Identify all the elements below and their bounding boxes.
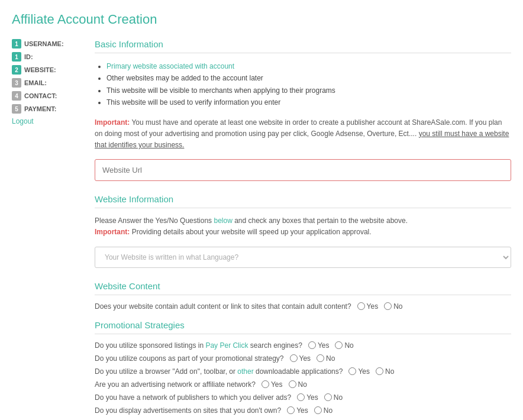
promo-q3-no-label[interactable]: No: [376, 367, 394, 376]
promo-q4-yes-label[interactable]: Yes: [262, 380, 283, 389]
adult-content-radio-group: Yes No: [357, 302, 403, 311]
promo-q5-no-radio[interactable]: [324, 393, 332, 401]
sidebar-label-email: EMAIL:: [24, 79, 47, 86]
website-content-title: Website Content: [95, 281, 511, 295]
promo-q1-no-label[interactable]: No: [335, 341, 353, 350]
promo-q2-no-radio[interactable]: [317, 354, 324, 362]
bullet-4: This website will be used to verify info…: [106, 98, 280, 106]
promo-q6-no-label[interactable]: No: [314, 406, 332, 415]
step-badge-username: 1: [12, 39, 21, 49]
promo-q2-radio-group: Yes No: [290, 354, 335, 363]
sidebar-item-contact: 4 CONTACT:: [12, 91, 83, 101]
promo-q6-yes-label[interactable]: Yes: [287, 406, 308, 415]
step-badge-website: 2: [12, 65, 21, 75]
bullet-2: Other websites may be added to the accou…: [106, 74, 263, 82]
promo-q2-yes-label[interactable]: Yes: [290, 354, 311, 363]
promo-q4-yes-radio[interactable]: [262, 380, 269, 388]
sidebar: 1 USERNAME: 1 ID: 2 WEBSITE: 3 EMAIL: 4 …: [12, 39, 83, 420]
promo-q1-yes-radio[interactable]: [308, 341, 316, 349]
step-badge-contact: 4: [12, 91, 21, 101]
promo-q5-yes-radio[interactable]: [297, 393, 305, 401]
logout-link[interactable]: Logout: [12, 117, 34, 125]
promo-q2-text: Do you utilize coupons as part of your p…: [95, 354, 284, 363]
promo-question-5: Do you have a network of publishers to w…: [95, 393, 511, 402]
promo-q5-no-label[interactable]: No: [324, 393, 343, 402]
sidebar-item-email: 3 EMAIL:: [12, 78, 83, 88]
promo-question-2: Do you utilize coupons as part of your p…: [95, 354, 511, 363]
promo-q2-yes-radio[interactable]: [290, 354, 298, 362]
promo-q3-radio-group: Yes No: [348, 367, 394, 376]
promo-q5-radio-group: Yes No: [297, 393, 343, 402]
page-title: Affiliate Account Creation: [12, 12, 511, 27]
promo-q6-text: Do you display advertisements on sites t…: [95, 406, 281, 415]
promo-q1-yes-label[interactable]: Yes: [308, 341, 330, 350]
website-important-text: Providing details about your website wil…: [130, 228, 371, 236]
sidebar-item-payment: 5 PAYMENT:: [12, 104, 83, 114]
sidebar-label-website: WEBSITE:: [24, 66, 56, 73]
desc-highlight: below: [214, 217, 232, 225]
promo-question-3: Do you utilize a browser "Add on", toolb…: [95, 367, 511, 376]
language-select[interactable]: Your Website is written in what Language…: [95, 247, 511, 268]
step-badge-id: 1: [12, 52, 21, 62]
step-badge-payment: 5: [12, 104, 21, 114]
website-info-section: Website Information Please Answer the Ye…: [95, 194, 511, 280]
adult-yes-label[interactable]: Yes: [357, 302, 379, 311]
adult-content-text: Does your website contain adult content …: [95, 302, 351, 311]
promo-q5-text: Do you have a network of publishers to w…: [95, 393, 291, 402]
bullet-3: This website will be visible to merchant…: [106, 86, 335, 95]
adult-content-question: Does your website contain adult content …: [95, 302, 511, 311]
promo-q3-no-radio[interactable]: [376, 367, 383, 375]
sidebar-label-contact: CONTACT:: [24, 92, 57, 99]
promo-q1-text: Do you utilize sponsored listings in Pay…: [95, 341, 302, 350]
sidebar-item-id: 1 ID:: [12, 52, 83, 62]
sidebar-label-username: USERNAME:: [24, 40, 64, 47]
website-url-input[interactable]: [95, 159, 511, 181]
promo-q3-text: Do you utilize a browser "Add on", toolb…: [95, 367, 343, 376]
promo-q3-yes-radio[interactable]: [348, 367, 356, 375]
promo-q5-yes-label[interactable]: Yes: [297, 393, 318, 402]
basic-info-bullets: Primary website associated with account …: [95, 60, 511, 109]
promo-q6-yes-radio[interactable]: [287, 406, 295, 414]
website-content-section: Website Content Does your website contai…: [95, 281, 511, 311]
promo-q4-text: Are you an advertising network or affili…: [95, 380, 256, 389]
promo-q1-radio-group: Yes No: [308, 341, 354, 350]
bullet-1: Primary website associated with account: [106, 62, 234, 70]
adult-yes-radio[interactable]: [357, 302, 365, 310]
website-info-title: Website Information: [95, 194, 511, 208]
sidebar-label-payment: PAYMENT:: [24, 105, 56, 112]
promo-question-1: Do you utilize sponsored listings in Pay…: [95, 341, 511, 350]
promotional-title: Promotional Strategies: [95, 320, 511, 334]
basic-info-title: Basic Information: [95, 39, 511, 53]
basic-info-important: Important: You must have and operate at …: [95, 117, 511, 151]
promo-q4-no-label[interactable]: No: [289, 380, 307, 389]
basic-info-section: Basic Information Primary website associ…: [95, 39, 511, 194]
promotional-section: Promotional Strategies Do you utilize sp…: [95, 320, 511, 415]
adult-no-radio[interactable]: [384, 302, 392, 310]
promo-q4-no-radio[interactable]: [289, 380, 296, 388]
step-badge-email: 3: [12, 78, 21, 88]
sidebar-item-username: 1 USERNAME:: [12, 39, 83, 49]
website-info-desc: Please Answer the Yes/No Questions below…: [95, 215, 511, 238]
desc-normal-2: and check any boxes that pertain to the …: [233, 217, 408, 225]
website-important-label: Important:: [95, 228, 130, 236]
promo-q4-radio-group: Yes No: [262, 380, 307, 389]
adult-no-label[interactable]: No: [384, 302, 402, 311]
promo-q6-no-radio[interactable]: [314, 406, 322, 414]
promo-q1-no-radio[interactable]: [335, 341, 343, 349]
important-label: Important:: [95, 118, 130, 127]
main-content: Basic Information Primary website associ…: [95, 39, 511, 420]
sidebar-label-id: ID:: [24, 53, 33, 60]
desc-normal-1: Please Answer the Yes/No Questions: [95, 217, 214, 225]
promo-q2-no-label[interactable]: No: [317, 354, 335, 363]
promo-q6-radio-group: Yes No: [287, 406, 332, 415]
promo-question-6: Do you display advertisements on sites t…: [95, 406, 511, 415]
sidebar-item-website: 2 WEBSITE:: [12, 65, 83, 75]
promo-question-4: Are you an advertising network or affili…: [95, 380, 511, 389]
promo-q3-yes-label[interactable]: Yes: [348, 367, 370, 376]
